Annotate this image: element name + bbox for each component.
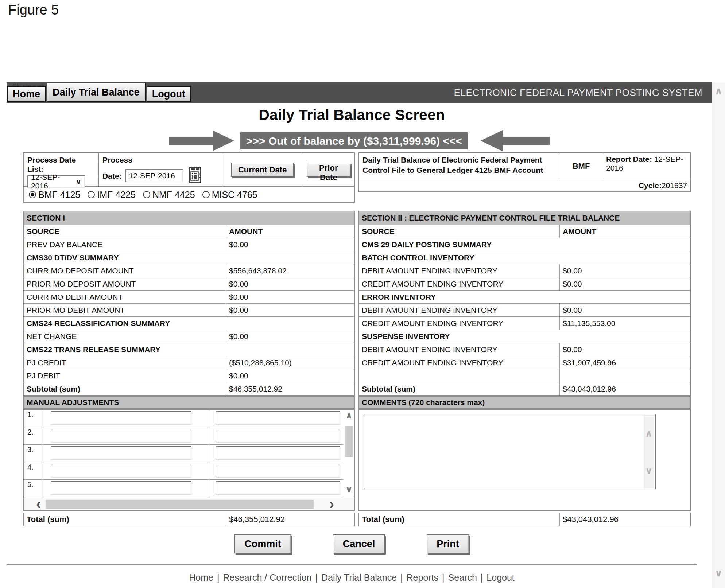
amount-cell: $0.00 — [560, 343, 690, 356]
footer-link-home[interactable]: Home — [189, 572, 213, 583]
amount-cell: $0.00 — [226, 238, 354, 251]
nav-tab-daily-trial-balance[interactable]: Daily Trial Balance — [47, 83, 146, 102]
radio-option-misc-4765[interactable]: MISC 4765 — [202, 190, 257, 200]
amount-cell: $0.00 — [226, 277, 354, 290]
adjustment-row: 4. — [24, 462, 343, 480]
footer-link-logout[interactable]: Logout — [486, 572, 514, 583]
figure-caption: Figure 5 — [8, 2, 59, 18]
scroll-up-icon[interactable]: ∧ — [344, 410, 354, 421]
prior-date-button[interactable]: Prior Date — [307, 163, 350, 177]
footer-link-reports[interactable]: Reports — [407, 572, 439, 583]
source-cell: CREDIT AMOUNT ENDING INVENTORY — [359, 317, 560, 330]
section2-table: SECTION II : ELECTRONIC PAYMENT CONTROL … — [358, 211, 691, 396]
table-row: PJ DEBIT$0.00 — [24, 369, 354, 382]
calendar-calculator-icon[interactable] — [189, 167, 203, 185]
adjustment-description-input-3[interactable] — [51, 446, 191, 460]
footer-link-daily-trial-balance[interactable]: Daily Trial Balance — [321, 572, 397, 583]
scrollbar-thumb[interactable] — [345, 426, 353, 457]
adjustment-description-input-4[interactable] — [51, 464, 191, 478]
adjustment-description-input-2[interactable] — [51, 429, 191, 443]
adjustment-amount-input-1[interactable] — [216, 411, 340, 425]
table-row: SUSPENSE INVENTORY — [359, 330, 690, 343]
cancel-button[interactable]: Cancel — [333, 534, 385, 553]
adjustment-row-number: 5. — [26, 480, 42, 497]
source-cell: Subtotal (sum) — [24, 382, 226, 395]
arrow-left-icon — [481, 130, 550, 152]
adjustment-description-input-1[interactable] — [51, 411, 191, 425]
adjustment-row: 5. — [24, 480, 343, 497]
source-cell: PRIOR MO DEBIT AMOUNT — [24, 304, 226, 316]
table-row: CREDIT AMOUNT ENDING INVENTORY$11,135,55… — [359, 316, 690, 330]
adjustment-row: 3. — [24, 445, 343, 462]
scroll-down-icon[interactable]: ∨ — [344, 484, 354, 495]
total-value: $46,355,012.92 — [226, 513, 354, 526]
source-cell: PREV DAY BALANCE — [24, 238, 226, 251]
manual-adjustments-panel: 1.2.3.4.5. ∧ ∨ ‹ › — [23, 409, 355, 511]
comments-scrollbar[interactable]: ∧ ∨ — [644, 415, 654, 488]
amount-cell: $556,643,878.02 — [226, 264, 354, 277]
radio-button-icon[interactable] — [88, 191, 95, 198]
scroll-left-icon[interactable]: ‹ — [36, 498, 41, 510]
source-column-header: SOURCE — [24, 225, 226, 238]
radio-button-icon[interactable] — [143, 191, 150, 198]
source-cell — [359, 369, 560, 382]
adjustment-amount-input-2[interactable] — [216, 429, 340, 443]
source-cell: CREDIT AMOUNT ENDING INVENTORY — [359, 277, 560, 290]
table-row: DEBIT AMOUNT ENDING INVENTORY$0.00 — [359, 343, 690, 356]
adjustment-row-number: 2. — [26, 427, 42, 444]
table-row: CMS22 TRANS RELEASE SUMMARY — [24, 343, 354, 356]
out-of-balance-banner: >>> Out of balance by ($3,311,999.96) <<… — [240, 132, 468, 149]
footer-separator: | — [312, 572, 322, 583]
scroll-down-icon[interactable]: ∨ — [712, 567, 725, 579]
amount-cell: $11,135,553.00 — [560, 317, 690, 330]
print-button[interactable]: Print — [427, 534, 469, 553]
table-row: PRIOR MO DEPOSIT AMOUNT$0.00 — [24, 277, 354, 290]
source-cell: DEBIT AMOUNT ENDING INVENTORY — [359, 264, 560, 277]
cycle-value: 201637 — [662, 181, 687, 190]
scroll-right-icon[interactable]: › — [329, 498, 334, 510]
comments-textarea[interactable] — [364, 414, 656, 489]
adjustment-amount-input-5[interactable] — [216, 481, 340, 495]
radio-button-icon[interactable] — [29, 191, 36, 198]
amount-cell: $0.00 — [560, 304, 690, 316]
radio-button-icon[interactable] — [202, 191, 210, 198]
footer-link-research-correction[interactable]: Research / Correction — [223, 572, 311, 583]
system-title: ELECTRONIC FEDERAL PAYMENT POSTING SYSTE… — [454, 87, 702, 98]
adjustments-vertical-scrollbar[interactable]: ∧ ∨ — [344, 410, 354, 498]
adjustment-row-number: 4. — [26, 462, 42, 479]
amount-cell: $0.00 — [226, 291, 354, 303]
amount-cell: $0.00 — [226, 330, 354, 343]
nav-tab-logout[interactable]: Logout — [147, 86, 191, 102]
adjustment-amount-input-3[interactable] — [216, 446, 340, 460]
process-date-list-select[interactable]: 12-SEP-2016 ∨ — [27, 175, 85, 188]
browser-scrollbar[interactable]: ∧ ∨ — [712, 82, 725, 588]
commit-button[interactable]: Commit — [234, 534, 291, 553]
radio-option-imf-4225[interactable]: IMF 4225 — [88, 190, 136, 200]
scroll-up-icon[interactable]: ∧ — [644, 428, 654, 439]
amount-cell: $0.00 — [560, 264, 690, 277]
radio-option-bmf-4125[interactable]: BMF 4125 — [29, 190, 80, 200]
amount-cell: $46,355,012.92 — [226, 382, 354, 395]
source-cell: PJ DEBIT — [24, 369, 226, 382]
radio-option-nmf-4425[interactable]: NMF 4425 — [143, 190, 195, 200]
adjustments-column-divider — [210, 410, 210, 498]
adjustments-horizontal-scrollbar[interactable]: ‹ › — [24, 498, 354, 510]
comments-header: COMMENTS (720 characters max) — [358, 396, 691, 409]
footer-links: Home|Research / Correction|Daily Trial B… — [7, 572, 697, 583]
current-date-button[interactable]: Current Date — [231, 163, 294, 177]
adjustment-amount-input-4[interactable] — [216, 464, 340, 478]
scroll-up-icon[interactable]: ∧ — [712, 85, 725, 97]
scroll-down-icon[interactable]: ∨ — [644, 465, 654, 476]
process-date-label-line2: Date: — [102, 171, 122, 180]
adjustment-description-input-5[interactable] — [51, 481, 191, 495]
group-label-cell: CMS30 DT/DV SUMMARY — [24, 251, 354, 264]
table-row — [359, 369, 690, 382]
scrollbar-thumb[interactable] — [46, 500, 314, 509]
footer-link-search[interactable]: Search — [448, 572, 477, 583]
process-date-list-label: Process Date List: — [27, 155, 82, 174]
nav-tab-home[interactable]: Home — [7, 86, 46, 102]
process-date-input[interactable] — [125, 169, 183, 182]
table-row: CMS 29 DAILY POSTING SUMMARY — [359, 238, 690, 251]
table-row: PRIOR MO DEBIT AMOUNT$0.00 — [24, 303, 354, 316]
adjustment-rows: 1.2.3.4.5. — [24, 410, 343, 498]
